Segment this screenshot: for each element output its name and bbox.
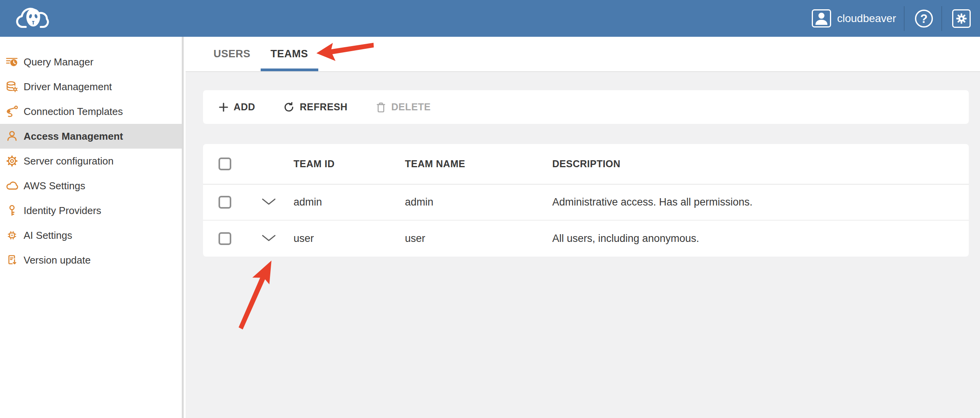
query-manager-icon: [5, 55, 19, 69]
sidebar-item-label: Driver Management: [24, 81, 112, 93]
sidebar-item-ai-settings[interactable]: AI Settings: [0, 223, 182, 248]
tab-teams[interactable]: TEAMS: [261, 37, 318, 71]
top-bar-divider: [941, 6, 942, 31]
sidebar-item-label: Connection Templates: [24, 106, 123, 118]
server-configuration-icon: [5, 154, 19, 168]
access-management-icon: [5, 130, 19, 143]
cell-team-name: admin: [405, 196, 552, 208]
sidebar-item-driver-management[interactable]: Driver Management: [0, 74, 182, 99]
settings-gear-icon: [955, 12, 968, 25]
sidebar-item-connection-templates[interactable]: Connection Templates: [0, 99, 182, 124]
help-button[interactable]: ?: [914, 9, 934, 28]
cloudbeaver-logo: [14, 4, 53, 31]
teams-table: TEAM ID TEAM NAME DESCRIPTION admin admi…: [203, 144, 969, 257]
column-header-description: DESCRIPTION: [552, 158, 969, 170]
sidebar-item-label: Server configuration: [24, 155, 114, 167]
settings-button[interactable]: [952, 9, 971, 28]
select-all-checkbox[interactable]: [219, 158, 231, 170]
tab-users[interactable]: USERS: [203, 37, 261, 71]
trash-icon: [376, 101, 386, 113]
user-menu[interactable]: cloudbeaver: [812, 9, 896, 27]
teams-toolbar: ADD REFRESH DELETE: [203, 90, 969, 124]
sidebar-item-label: Version update: [24, 254, 90, 266]
sidebar-item-query-manager[interactable]: Query Manager: [0, 50, 182, 74]
cell-team-name: user: [405, 233, 552, 245]
table-row-admin[interactable]: admin admin Administrative access. Has a…: [203, 185, 969, 221]
help-icon: ?: [914, 9, 934, 28]
sidebar-item-access-management[interactable]: Access Management: [0, 124, 182, 149]
svg-text:?: ?: [920, 12, 928, 25]
sidebar-item-server-configuration[interactable]: Server configuration: [0, 149, 182, 173]
tab-bar: USERS TEAMS: [186, 37, 980, 72]
refresh-icon: [283, 101, 295, 113]
add-team-button[interactable]: ADD: [219, 101, 255, 113]
cloudbeaver-admin-window: cloudbeaver ?: [0, 0, 980, 418]
table-header-row: TEAM ID TEAM NAME DESCRIPTION: [203, 144, 969, 185]
table-row-user[interactable]: user user All users, including anonymous…: [203, 221, 969, 257]
sidebar-item-label: Access Management: [24, 130, 123, 142]
expand-row-chevron-icon[interactable]: [261, 198, 276, 206]
delete-button[interactable]: DELETE: [376, 101, 431, 113]
column-header-team-id: TEAM ID: [294, 158, 405, 170]
refresh-button[interactable]: REFRESH: [283, 101, 348, 113]
access-management-panel: USERS TEAMS ADD REFRESH: [186, 37, 980, 418]
sidebar-item-version-update[interactable]: Version update: [0, 248, 182, 272]
version-update-icon: [5, 254, 19, 267]
cell-team-id: user: [294, 233, 405, 245]
plus-icon: [219, 102, 229, 112]
identity-key-icon: [5, 204, 19, 217]
cell-description: All users, including anonymous.: [552, 233, 969, 245]
sidebar-item-identity-providers[interactable]: Identity Providers: [0, 198, 182, 223]
sidebar-item-label: Identity Providers: [24, 205, 101, 217]
user-avatar-icon: [812, 9, 831, 27]
admin-sidebar: Query Manager Driver Management: [0, 37, 184, 418]
sidebar-item-aws-settings[interactable]: AWS Settings: [0, 173, 182, 198]
connection-templates-icon: [5, 105, 19, 118]
sidebar-item-label: AI Settings: [24, 230, 72, 242]
row-checkbox[interactable]: [219, 196, 231, 209]
top-bar: cloudbeaver ?: [0, 0, 980, 37]
expand-row-chevron-icon[interactable]: [261, 234, 276, 242]
cell-team-id: admin: [294, 196, 405, 208]
ai-chip-icon: [5, 229, 19, 242]
cell-description: Administrative access. Has all permissio…: [552, 196, 969, 208]
column-header-team-name: TEAM NAME: [405, 158, 552, 170]
driver-management-icon: [5, 80, 19, 93]
aws-cloud-icon: [5, 179, 19, 192]
top-bar-actions: cloudbeaver ?: [812, 0, 971, 37]
top-bar-divider: [904, 6, 905, 31]
sidebar-item-label: AWS Settings: [24, 180, 85, 192]
row-checkbox[interactable]: [219, 232, 231, 245]
user-name: cloudbeaver: [837, 12, 896, 25]
sidebar-item-label: Query Manager: [24, 56, 94, 68]
